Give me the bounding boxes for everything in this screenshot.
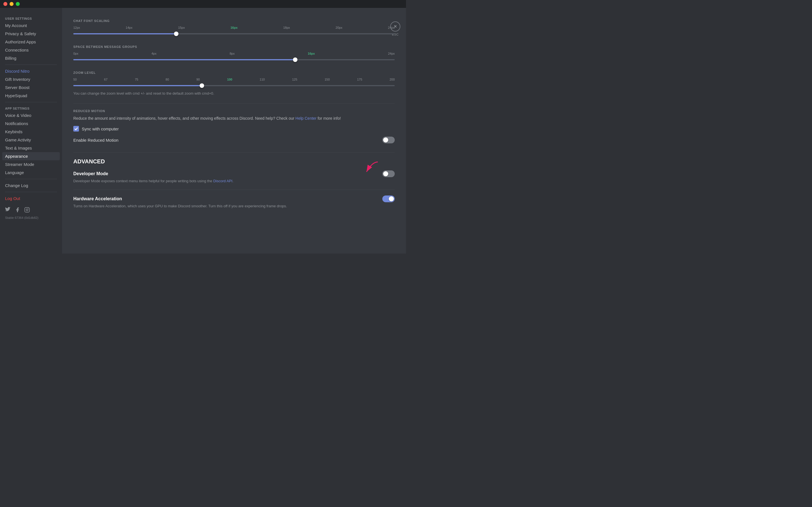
sidebar-divider-4 (5, 192, 57, 192)
sidebar-item-server-boost[interactable]: Server Boost (2, 83, 60, 92)
discord-api-link[interactable]: Discord API (213, 179, 232, 183)
reduced-motion-desc: Reduce the amount and intensity of anima… (73, 115, 395, 121)
hardware-accel-toggle[interactable] (382, 195, 395, 202)
sidebar-item-game-activity[interactable]: Game Activity (2, 136, 60, 144)
svg-point-2 (28, 209, 29, 209)
chat-font-slider[interactable] (73, 31, 395, 37)
help-center-link[interactable]: Help Center (296, 116, 317, 121)
svg-rect-0 (25, 208, 30, 212)
chat-font-labels: 12px 14px 15px 16px 18px 20px 24px (73, 26, 395, 29)
divider-1 (73, 103, 395, 104)
advanced-title: ADVANCED (73, 158, 395, 165)
instagram-icon[interactable] (24, 207, 30, 213)
svg-point-1 (26, 209, 28, 211)
space-between-slider[interactable] (73, 56, 395, 63)
app-body: User Settings My Account Privacy & Safet… (0, 8, 406, 253)
sidebar-item-notifications[interactable]: Notifications (2, 119, 60, 128)
toggle-knob (383, 137, 388, 143)
sidebar-item-text-images[interactable]: Text & Images (2, 144, 60, 152)
sidebar-item-authorized-apps[interactable]: Authorized Apps (2, 38, 60, 46)
close-button[interactable] (3, 2, 7, 6)
sidebar-divider-1 (5, 64, 57, 65)
titlebar (0, 0, 406, 8)
social-links (2, 205, 60, 215)
reduced-motion-title: REDUCED MOTION (73, 109, 395, 113)
developer-toggle-knob (383, 171, 388, 176)
user-settings-label: User Settings (2, 15, 60, 21)
sidebar-divider-3 (5, 179, 57, 179)
sidebar-item-appearance[interactable]: Appearance (2, 152, 60, 160)
sidebar-item-my-account[interactable]: My Account (2, 21, 60, 30)
hardware-accel-desc: Turns on Hardware Acceleration, which us… (73, 203, 395, 209)
sidebar-divider-2 (5, 102, 57, 102)
sidebar-item-discord-nitro[interactable]: Discord Nitro (2, 67, 60, 75)
divider-3 (73, 189, 395, 190)
zoom-hint: You can change the zoom level with cmd +… (73, 91, 395, 96)
sidebar-item-privacy-safety[interactable]: Privacy & Safety (2, 30, 60, 38)
sync-label: Sync with computer (82, 126, 119, 131)
sidebar: User Settings My Account Privacy & Safet… (0, 8, 62, 253)
sidebar-item-voice-video[interactable]: Voice & Video (2, 111, 60, 119)
chat-font-scaling-block: CHAT FONT SCALING 12px 14px 15px 16px 18… (73, 19, 395, 37)
hardware-accel-top: Hardware Acceleration (73, 195, 395, 202)
app-settings-label: App Settings (2, 105, 60, 111)
hardware-toggle-knob (389, 196, 394, 202)
facebook-icon[interactable] (15, 207, 20, 213)
sidebar-item-connections[interactable]: Connections (2, 46, 60, 54)
developer-mode-block: Developer Mode (73, 170, 395, 184)
advanced-block: ADVANCED Developer Mode (73, 158, 395, 209)
developer-mode-name: Developer Mode (73, 171, 108, 176)
main-content: ✕ ESC CHAT FONT SCALING 12px 14px 15px 1… (62, 8, 406, 253)
esc-circle[interactable]: ✕ (390, 21, 400, 32)
maximize-button[interactable] (16, 2, 20, 6)
zoom-level-block: ZOOM LEVEL 50 67 75 80 90 100 110 125 15… (73, 71, 395, 96)
hardware-acceleration-block: Hardware Acceleration Turns on Hardware … (73, 195, 395, 209)
divider-2 (73, 152, 395, 153)
sidebar-item-change-log[interactable]: Change Log (2, 181, 60, 189)
developer-mode-desc: Developer Mode exposes context menu item… (73, 178, 395, 184)
sidebar-item-hypesquad[interactable]: HypeSquad (2, 92, 60, 100)
zoom-labels: 50 67 75 80 90 100 110 125 150 175 200 (73, 78, 395, 81)
sidebar-item-streamer-mode[interactable]: Streamer Mode (2, 160, 60, 168)
zoom-level-title: ZOOM LEVEL (73, 71, 395, 74)
enable-reduced-motion-row: Enable Reduced Motion (73, 135, 395, 145)
version-text: Stable 67364 (0d1db82) (2, 215, 60, 221)
developer-mode-toggle[interactable] (382, 170, 395, 177)
zoom-level-slider[interactable] (73, 82, 395, 89)
chat-font-scaling-title: CHAT FONT SCALING (73, 19, 395, 22)
space-between-labels: 0px 4px 8px 16px 24px (73, 52, 395, 55)
space-between-title: SPACE BETWEEN MESSAGE GROUPS (73, 45, 395, 48)
enable-reduced-motion-toggle[interactable] (382, 136, 395, 144)
minimize-button[interactable] (10, 2, 13, 6)
sync-checkbox-row[interactable]: Sync with computer (73, 126, 395, 131)
twitter-icon[interactable] (5, 207, 11, 213)
developer-mode-top: Developer Mode (73, 170, 395, 177)
hardware-accel-name: Hardware Acceleration (73, 196, 122, 202)
sidebar-item-billing[interactable]: Billing (2, 54, 60, 62)
sidebar-item-language[interactable]: Language (2, 168, 60, 177)
sidebar-item-keybinds[interactable]: Keybinds (2, 128, 60, 136)
sidebar-item-gift-inventory[interactable]: Gift Inventory (2, 75, 60, 83)
sidebar-item-log-out[interactable]: Log Out (2, 194, 60, 203)
sync-checkbox[interactable] (73, 126, 79, 131)
space-between-block: SPACE BETWEEN MESSAGE GROUPS 0px 4px 8px… (73, 45, 395, 63)
enable-reduced-motion-label: Enable Reduced Motion (73, 138, 118, 143)
reduced-motion-block: REDUCED MOTION Reduce the amount and int… (73, 109, 395, 145)
